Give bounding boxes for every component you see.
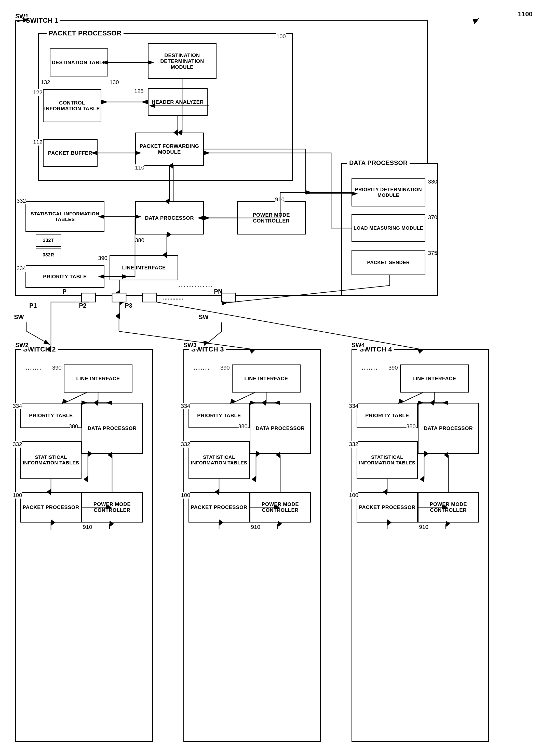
s3-dots: ....... [193,364,210,371]
statistical-info-box: STATISTICAL INFORMATION TABLES [25,201,104,232]
port-p3-label: P3 [125,302,132,309]
power-mode-controller-box: POWER MODE CONTROLLER [237,201,306,234]
destination-table-box: DESTINATION TABLE [50,49,108,76]
destination-determination-box: DESTINATION DETERMINATION MODULE [148,43,217,79]
s2-dots: ....... [25,364,42,371]
ref-110: 110 [135,164,144,171]
s4-pm-ref: 910 [419,524,428,531]
s2-power-mode: POWER MODE CONTROLLER [82,492,143,523]
s2-pm-ref: 910 [83,524,92,531]
ref-334: 334 [16,265,26,272]
header-analyzer-box: HEADER ANALYZER [148,88,208,116]
s2-si-ref: 332 [13,441,22,448]
switch1-label: SWITCH 1 [24,16,60,24]
s2-line-interface: LINE INTERFACE [64,364,133,393]
ref-375: 375 [428,250,438,257]
s3-data-processor: DATA PROCESSOR [250,403,311,454]
control-info-table-box: CONTROL INFORMATION TABLE [43,89,101,122]
line-interface-inner-box: LINE INTERFACE [109,255,178,280]
ref-130: 130 [109,79,119,86]
ref-380-inner: 380 [135,237,144,244]
port-p1-label: P1 [29,302,37,309]
s2-statistical-info: STATISTICAL INFORMATION TABLES [20,441,82,479]
s3-power-mode: POWER MODE CONTROLLER [250,492,311,523]
s2-packet-processor: PACKET PROCESSOR [20,492,82,523]
ref-122: 122 [33,89,43,96]
diagram: 1100 SW1 SWITCH 1 PACKET PROCESSOR 100 D… [0,0,553,756]
data-processor-inner-box: DATA PROCESSOR [135,201,204,234]
ref-125: 125 [134,88,144,94]
ref-112: 112 [33,139,43,146]
s4-statistical-info: STATISTICAL INFORMATION TABLES [357,441,418,479]
s3-statistical-info: STATISTICAL INFORMATION TABLES [188,441,250,479]
sw-label-right: SW [199,314,209,321]
s3-li-ref: 390 [220,364,230,371]
sw2-ref: SW2 [15,342,28,349]
ref-100: 100 [276,33,286,40]
ref-330: 330 [428,179,438,185]
port-p-label: P [62,288,67,295]
ref-370: 370 [428,214,438,221]
priority-determination-box: PRIORITY DETERMINATION MODULE [351,179,425,206]
s4-power-mode: POWER MODE CONTROLLER [418,492,479,523]
s2-dp-ref-380: 380 [69,423,78,430]
s4-dp-ref-380: 380 [406,423,416,430]
s4-data-processor: DATA PROCESSOR [418,403,479,454]
s2-pt-ref: 334 [13,403,22,409]
port-p2-label: P2 [79,302,86,309]
s4-li-ref: 390 [388,364,398,371]
s3-line-interface: LINE INTERFACE [232,364,301,393]
s2-data-processor: DATA PROCESSOR [82,403,143,454]
ref-132: 132 [41,79,50,86]
s4-packet-processor: PACKET PROCESSOR [357,492,418,523]
ref-390-inner: 390 [98,255,107,262]
sw3-ref: SW3 [183,342,196,349]
s3-pm-ref: 910 [251,524,260,531]
packet-forwarding-box: PACKET FORWARDING MODULE [135,133,204,166]
ref-910: 910 [275,196,285,203]
ref-332t-box: 332T [36,234,61,247]
s4-dots: ....... [362,364,378,371]
s2-pp-ref: 100 [13,492,22,498]
s3-pp-ref: 100 [181,492,190,498]
ref-1100: 1100 [518,10,533,18]
sw-label-left: SW [14,314,24,321]
data-processor-outer-label: DATA PROCESSOR [347,159,410,166]
s3-si-ref: 332 [181,441,190,448]
s3-pt-ref: 334 [181,403,190,409]
packet-processor-label: PACKET PROCESSOR [47,29,124,37]
s3-dp-ref-380: 380 [238,423,248,430]
s4-si-ref: 332 [349,441,359,448]
packet-sender-box: PACKET SENDER [351,250,425,275]
ref-332: 332 [16,198,26,204]
dots-ports: ............. [178,282,214,289]
load-measuring-box: LOAD MEASURING MODULE [351,214,425,242]
s4-pt-ref: 334 [349,403,359,409]
s3-packet-processor: PACKET PROCESSOR [188,492,250,523]
packet-buffer-box: PACKET BUFFER [43,139,97,167]
s2-li-ref: 390 [52,364,62,371]
priority-table-box: PRIORITY TABLE [25,265,104,288]
sw4-ref: SW4 [351,342,365,349]
ref-332r-box: 332R [36,249,61,261]
port-pn-label: PN [214,288,222,295]
s4-pp-ref: 100 [349,492,359,498]
s4-line-interface: LINE INTERFACE [400,364,469,393]
